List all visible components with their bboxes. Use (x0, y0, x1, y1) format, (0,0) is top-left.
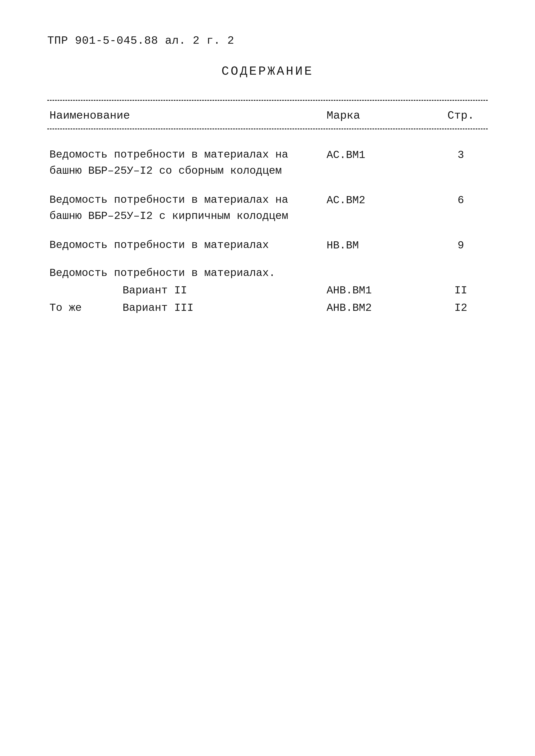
row2-page: 6 (434, 192, 488, 208)
row1-name: Ведомость потребности в материалах на ба… (47, 147, 318, 179)
content-table: Наименование Марка Стр. Ведомость потреб… (47, 100, 488, 321)
row3-marka: НВ.ВМ (318, 237, 434, 254)
variant-block: Ведомость потребности в материалах. Вари… (47, 260, 488, 321)
row1-page: 3 (434, 147, 488, 163)
variant-1-marka: АНВ.ВМ1 (318, 284, 434, 297)
header-code: ТПР 901-5-045.88 ал. 2 г. 2 (47, 34, 488, 47)
row3-name: Ведомость потребности в материалах (47, 237, 318, 253)
row3-page: 9 (434, 237, 488, 254)
variant-title-row: Ведомость потребности в материалах. (47, 264, 488, 282)
variant-2-name: То же Вариант III (47, 302, 318, 314)
variant-title-name: Ведомость потребности в материалах. (47, 267, 318, 279)
variant-row-2: То же Вариант III АНВ.ВМ2 I2 (47, 299, 488, 317)
table-row: Ведомость потребности в материалах на ба… (47, 140, 488, 185)
variant-2-marka: АНВ.ВМ2 (318, 302, 434, 314)
variant-1-page: II (434, 284, 488, 297)
page: ТПР 901-5-045.88 ал. 2 г. 2 СОДЕРЖАНИЕ Н… (0, 0, 535, 756)
col-header-name: Наименование (47, 109, 318, 122)
table-row: Ведомость потребности в материалах на ба… (47, 185, 488, 230)
variant-1-name: Вариант II (47, 284, 318, 297)
page-title: СОДЕРЖАНИЕ (47, 64, 488, 78)
row1-marka: АС.ВМ1 (318, 147, 434, 163)
col-header-marka: Марка (318, 109, 434, 122)
row2-name: Ведомость потребности в материалах на ба… (47, 192, 318, 224)
table-row: Ведомость потребности в материалах НВ.ВМ… (47, 230, 488, 260)
table-header: Наименование Марка Стр. (47, 101, 488, 129)
col-header-page: Стр. (434, 109, 488, 122)
table-body: Ведомость потребности в материалах на ба… (47, 129, 488, 321)
variant-2-page: I2 (434, 302, 488, 314)
variant-row-1: Вариант II АНВ.ВМ1 II (47, 282, 488, 299)
row2-marka: АС.ВМ2 (318, 192, 434, 208)
